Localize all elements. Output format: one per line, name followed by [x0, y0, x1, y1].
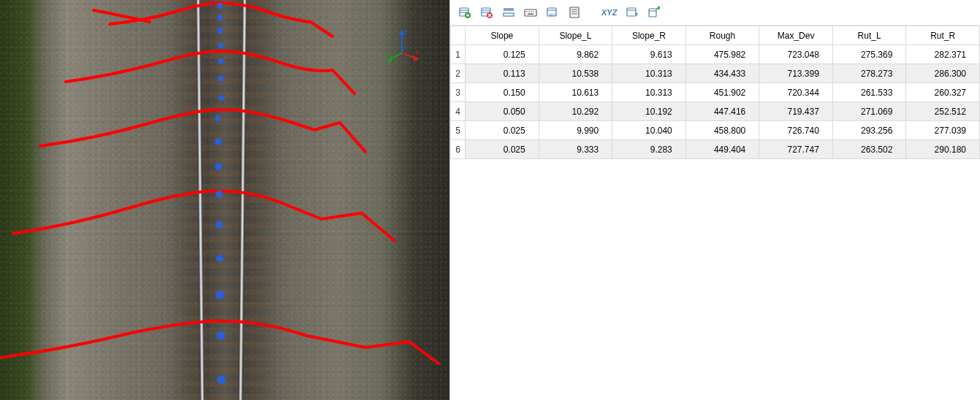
- cell[interactable]: 0.050: [466, 102, 539, 121]
- cell[interactable]: 252.512: [906, 102, 980, 121]
- col-header[interactable]: Slope: [466, 26, 539, 45]
- svg-point-3: [218, 42, 224, 48]
- xyz-button[interactable]: XYZ: [599, 4, 619, 20]
- cell[interactable]: 0.025: [466, 121, 539, 140]
- svg-marker-19: [413, 55, 419, 61]
- svg-rect-30: [504, 8, 514, 11]
- center-points: [215, 3, 226, 384]
- data-grid[interactable]: Slope Slope_L Slope_R Rough Max_Dev Rut_…: [450, 25, 980, 400]
- cell[interactable]: 434.433: [685, 64, 759, 83]
- cell[interactable]: 293.256: [832, 121, 906, 140]
- svg-rect-31: [504, 13, 514, 16]
- svg-text:abc: abc: [549, 12, 556, 17]
- col-header[interactable]: Rut_R: [906, 26, 980, 45]
- cell[interactable]: 261.533: [832, 83, 906, 102]
- cell[interactable]: 286.300: [906, 64, 980, 83]
- svg-point-7: [215, 115, 221, 121]
- svg-point-2: [217, 28, 223, 34]
- row-number[interactable]: 4: [451, 102, 466, 121]
- row-number[interactable]: 3: [451, 83, 466, 102]
- cell[interactable]: 9.613: [612, 45, 686, 64]
- col-header[interactable]: Slope_R: [612, 26, 686, 45]
- toggle-selection-button[interactable]: [500, 4, 517, 20]
- cell[interactable]: 719.437: [759, 102, 833, 121]
- cell[interactable]: 10.538: [539, 64, 612, 83]
- table-toolbar: abc XYZ: [450, 0, 980, 25]
- cell[interactable]: 0.113: [466, 64, 539, 83]
- col-header[interactable]: Rough: [685, 26, 759, 45]
- col-header[interactable]: Slope_L: [539, 26, 612, 45]
- cell[interactable]: 720.344: [759, 83, 833, 102]
- corner-cell[interactable]: [451, 26, 466, 45]
- cell[interactable]: 458.800: [685, 121, 759, 140]
- svg-point-14: [216, 331, 225, 340]
- col-header[interactable]: Rut_L: [832, 26, 906, 45]
- add-row-button[interactable]: [456, 4, 474, 20]
- cell[interactable]: 726.740: [759, 121, 833, 140]
- cell[interactable]: 713.399: [759, 64, 833, 83]
- table-row[interactable]: 30.15010.61310.313451.902720.344261.5332…: [451, 83, 980, 102]
- svg-point-6: [219, 95, 224, 101]
- svg-point-8: [215, 138, 222, 145]
- field-settings-button[interactable]: [623, 4, 641, 20]
- show-list-button[interactable]: [566, 4, 583, 20]
- svg-rect-32: [525, 9, 536, 16]
- table-row[interactable]: 20.11310.53810.313434.433713.399278.2732…: [451, 64, 980, 83]
- col-header[interactable]: Max_Dev: [759, 26, 833, 45]
- svg-point-35: [531, 11, 532, 12]
- svg-point-15: [217, 375, 226, 384]
- cell[interactable]: 447.416: [685, 102, 759, 121]
- table-row[interactable]: 40.05010.29210.192447.416719.437271.0692…: [451, 102, 980, 121]
- cell[interactable]: 10.313: [612, 83, 686, 102]
- svg-point-13: [216, 291, 224, 299]
- svg-marker-21: [386, 56, 392, 62]
- cell[interactable]: 10.040: [612, 121, 686, 140]
- viewport-3d[interactable]: z x y: [0, 0, 449, 400]
- cell[interactable]: 10.313: [612, 64, 686, 83]
- rename-field-button[interactable]: abc: [544, 4, 561, 20]
- axis-label-z: z: [404, 28, 408, 35]
- export-button[interactable]: [645, 4, 663, 20]
- cell[interactable]: 475.982: [685, 45, 759, 64]
- profile-lines: [0, 3, 438, 364]
- cell[interactable]: 0.025: [466, 140, 539, 159]
- delete-row-button[interactable]: [478, 4, 495, 20]
- svg-rect-37: [528, 14, 533, 15]
- cell[interactable]: 278.273: [832, 64, 906, 83]
- cell[interactable]: 271.069: [832, 102, 906, 121]
- cell[interactable]: 0.125: [466, 45, 539, 64]
- cell[interactable]: 263.502: [832, 140, 906, 159]
- row-number[interactable]: 1: [451, 45, 466, 64]
- keyboard-entry-button[interactable]: [522, 4, 539, 20]
- cell[interactable]: 260.327: [906, 83, 980, 102]
- svg-point-5: [218, 76, 224, 82]
- cell[interactable]: 282.371: [906, 45, 980, 64]
- table-row[interactable]: 50.0259.99010.040458.800726.740293.25627…: [451, 121, 980, 140]
- cell[interactable]: 9.990: [539, 121, 612, 140]
- cell[interactable]: 10.613: [539, 83, 612, 102]
- row-number[interactable]: 2: [451, 64, 466, 83]
- cell[interactable]: 449.404: [685, 140, 759, 159]
- cell[interactable]: 9.283: [612, 140, 686, 159]
- cell[interactable]: 9.862: [539, 45, 612, 64]
- row-number[interactable]: 6: [451, 140, 466, 159]
- overlay-annotations: [0, 0, 449, 400]
- cell[interactable]: 0.150: [466, 83, 539, 102]
- axis-gizmo[interactable]: z x y: [384, 28, 420, 64]
- cell[interactable]: 727.747: [759, 140, 833, 159]
- svg-rect-48: [649, 9, 656, 17]
- table-row[interactable]: 10.1259.8629.613475.982723.048275.369282…: [451, 45, 980, 64]
- cell[interactable]: 10.292: [539, 102, 612, 121]
- cell[interactable]: 10.192: [612, 102, 686, 121]
- svg-point-34: [528, 11, 530, 12]
- cell[interactable]: 723.048: [759, 45, 833, 64]
- axis-label-x: x: [416, 48, 419, 55]
- row-number[interactable]: 5: [451, 121, 466, 140]
- table-row[interactable]: 60.0259.3339.283449.404727.747263.502290…: [451, 140, 980, 159]
- cell[interactable]: 9.333: [539, 140, 612, 159]
- svg-point-11: [216, 221, 223, 228]
- cell[interactable]: 277.039: [906, 121, 980, 140]
- cell[interactable]: 290.180: [906, 140, 980, 159]
- cell[interactable]: 275.369: [832, 45, 906, 64]
- cell[interactable]: 451.902: [685, 83, 759, 102]
